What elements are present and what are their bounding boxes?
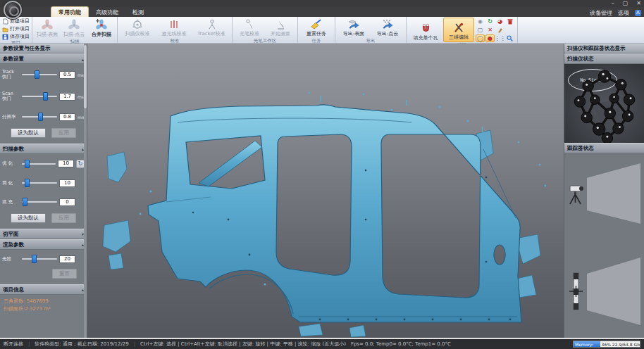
save-project-button[interactable]: 保存项目 bbox=[2, 33, 30, 40]
open-project-button[interactable]: 打开项目 bbox=[2, 25, 30, 32]
resolution-value[interactable]: 0.8 bbox=[59, 113, 75, 121]
start-measure-button[interactable]: 开始测量 bbox=[265, 18, 296, 38]
open-project-label: 打开项目 bbox=[10, 25, 30, 32]
track-shutter-slider[interactable] bbox=[22, 74, 57, 75]
scan-surface-button[interactable]: 扫描-表面 bbox=[34, 18, 61, 39]
connection-status: 断开连接 bbox=[4, 341, 23, 348]
app-logo-icon[interactable] bbox=[4, 1, 22, 19]
car-body-scan-model[interactable] bbox=[87, 44, 564, 338]
optimize-value[interactable]: 10 bbox=[58, 160, 74, 167]
right-panel-title: 扫描仪和跟踪器状态显示 bbox=[564, 44, 644, 53]
set-default-button[interactable]: 设为默认 bbox=[11, 128, 46, 138]
tracker2-fov bbox=[587, 258, 640, 325]
visibility-icon[interactable]: ◉ bbox=[476, 18, 485, 25]
car-body-outline[interactable] bbox=[148, 105, 521, 322]
section-header-render-params[interactable]: 渲染参数▴ bbox=[0, 239, 87, 250]
pen-calibration-button[interactable]: 光笔校准 bbox=[234, 18, 265, 38]
tracker-calibration-button[interactable]: Tracker校准 bbox=[192, 18, 230, 38]
section-header-clip-plane[interactable]: 切平面▾ bbox=[0, 229, 87, 239]
save-project-label: 保存项目 bbox=[10, 33, 30, 40]
scanner-calibration-icon bbox=[132, 19, 143, 30]
scan-shutter-value[interactable]: 1.7 bbox=[59, 93, 75, 101]
refresh-selection-icon[interactable]: ↻ bbox=[485, 18, 495, 25]
section-header-tracker-status[interactable]: 跟踪器状态 bbox=[564, 143, 644, 153]
fill-value[interactable]: 0 bbox=[59, 198, 75, 206]
close-button[interactable]: ✕ bbox=[636, 0, 641, 7]
fill-slider-row: 填 充 0 bbox=[0, 198, 87, 206]
merge-scan-button[interactable]: 合并扫描 bbox=[87, 18, 116, 39]
slider-thumb[interactable] bbox=[32, 255, 37, 263]
slider-thumb[interactable] bbox=[25, 179, 30, 187]
export-surface-button[interactable]: 导出-表面 bbox=[337, 18, 371, 38]
laser-calibration-button[interactable]: 激光线校准 bbox=[156, 18, 192, 38]
slider-thumb[interactable] bbox=[38, 113, 43, 121]
app-window: – ▢ ✕ 常用功能 高级功能 检测 设备管理 选项 A 新建项目 打开项目 bbox=[0, 0, 644, 349]
scan-pointcloud-button[interactable]: 扫描-点云 bbox=[61, 18, 87, 39]
section-header-scanner-status[interactable]: 扫描仪状态 bbox=[564, 53, 644, 64]
help-icon[interactable]: A bbox=[635, 10, 641, 16]
fill-single-hole-button[interactable]: 填充单个孔 bbox=[408, 18, 443, 42]
export-pointcloud-icon bbox=[381, 19, 394, 30]
slider-thumb[interactable] bbox=[23, 198, 27, 206]
tracker1-icon bbox=[566, 182, 586, 205]
slider-thumb[interactable] bbox=[25, 160, 30, 168]
ribbon-group-calibration: 扫描仪校准 激光线校准 Tracker校准 校准 bbox=[118, 17, 233, 43]
new-page-icon bbox=[2, 18, 8, 25]
resolution-slider[interactable] bbox=[22, 116, 57, 118]
rect-select-icon[interactable]: ▢ bbox=[476, 26, 485, 34]
edit-pen-icon[interactable] bbox=[495, 26, 504, 34]
start-measure-icon bbox=[276, 19, 285, 30]
scan-params-section-label: 扫描参数 bbox=[3, 146, 24, 153]
left-panel-title: 参数设置与任务显示 bbox=[0, 44, 87, 53]
edit-3d-button[interactable]: 三维编辑 bbox=[443, 18, 474, 42]
optimize-slider-row: 优 化 10 ↻ bbox=[0, 160, 87, 168]
tab-inspection[interactable]: 检测 bbox=[125, 7, 151, 17]
cancel-select-icon[interactable]: ✕ bbox=[485, 26, 495, 34]
apply-button-2[interactable]: 应用 bbox=[51, 213, 76, 223]
menu-options[interactable]: 选项 bbox=[618, 9, 629, 17]
triangles-label: 三角形数: bbox=[4, 298, 25, 304]
lighting-slider[interactable] bbox=[22, 258, 57, 260]
scan-shutter-slider[interactable] bbox=[22, 96, 57, 97]
scanner-calibration-button[interactable]: 扫描仪校准 bbox=[119, 18, 156, 38]
optimize-slider[interactable] bbox=[22, 163, 56, 165]
reset-render-button[interactable]: 重置 bbox=[52, 269, 77, 279]
simplify-slider[interactable] bbox=[22, 182, 57, 184]
tab-common-functions[interactable]: 常用功能 bbox=[51, 6, 89, 17]
section-header-scan-params[interactable]: 扫描参数▴ bbox=[0, 144, 87, 154]
slider-thumb[interactable] bbox=[43, 92, 48, 101]
statusbar-divider: | bbox=[28, 341, 30, 347]
point-select-icon[interactable]: ● bbox=[485, 34, 495, 42]
simplify-value[interactable]: 10 bbox=[59, 179, 75, 187]
apply-button[interactable]: 应用 bbox=[51, 128, 76, 138]
tab-advanced-functions[interactable]: 高级功能 bbox=[89, 7, 125, 17]
maximize-button[interactable]: ▢ bbox=[623, 0, 628, 7]
left-panel-scrollbar[interactable] bbox=[84, 44, 87, 338]
record-icon[interactable]: ◕ bbox=[495, 18, 504, 25]
track-shutter-slider-row: Track 快门 0.5 ms bbox=[0, 70, 87, 80]
zoom-select-icon[interactable] bbox=[505, 34, 514, 42]
mouse-hints: Ctrl+左键: 选择 | Ctrl+Alt+左键: 取消选择 | 左键: 旋转… bbox=[140, 341, 346, 348]
section-header-project-info[interactable]: 项目信息▴ bbox=[0, 284, 87, 295]
minimize-button[interactable]: – bbox=[612, 0, 614, 7]
reset-task-button[interactable]: 重置任务 bbox=[299, 18, 333, 38]
laser-calibration-icon bbox=[169, 19, 179, 30]
lighting-value[interactable]: 20 bbox=[59, 255, 75, 263]
delete-icon[interactable] bbox=[505, 18, 514, 25]
ellipse-select-icon[interactable]: ◯ bbox=[476, 34, 485, 42]
list-icon[interactable]: ⋮⋮ bbox=[495, 34, 504, 42]
export-pointcloud-button[interactable]: 导出-点云 bbox=[371, 18, 404, 38]
set-default-button-2[interactable]: 设为默认 bbox=[11, 213, 46, 223]
slider-thumb[interactable] bbox=[35, 70, 39, 79]
new-project-button[interactable]: 新建项目 bbox=[2, 18, 30, 25]
reset-task-label: 重置任务 bbox=[306, 30, 326, 37]
fill-label: 填 充 bbox=[2, 200, 20, 205]
menu-device-management[interactable]: 设备管理 bbox=[590, 9, 612, 17]
reset-task-icon bbox=[310, 19, 323, 30]
scanner-status-label: 扫描仪状态 bbox=[567, 56, 594, 63]
track-shutter-value[interactable]: 0.5 bbox=[59, 71, 75, 79]
scan-surface-icon bbox=[41, 19, 54, 30]
section-header-parameters[interactable]: 参数设置▴ bbox=[0, 53, 87, 64]
fill-slider[interactable] bbox=[22, 201, 57, 203]
viewport-3d[interactable] bbox=[87, 44, 564, 338]
